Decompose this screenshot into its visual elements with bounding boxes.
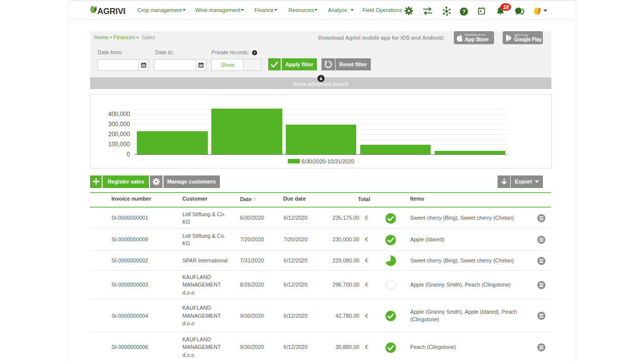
svg-text:18: 18 (503, 5, 509, 10)
svg-text:?: ? (254, 51, 256, 55)
svg-text:?: ? (462, 8, 465, 14)
